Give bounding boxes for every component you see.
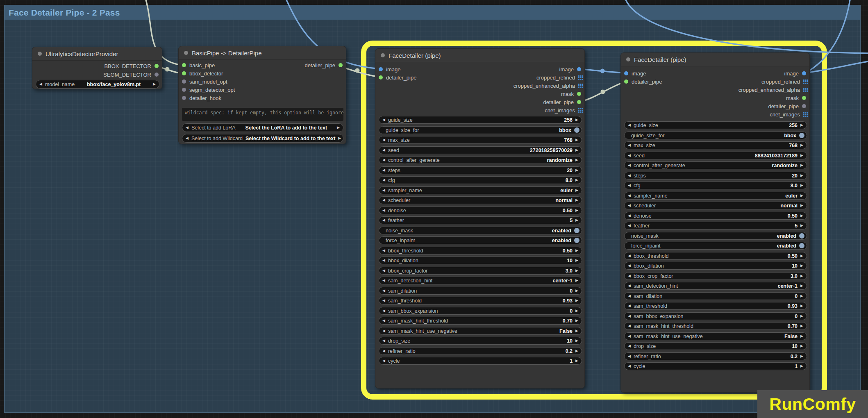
widget-drop_size[interactable]: ◀drop_size10▶: [379, 337, 582, 345]
decrement-arrow-icon[interactable]: ◀: [186, 126, 189, 129]
grid-slot-icon[interactable]: [578, 108, 579, 109]
grid-slot-icon[interactable]: [578, 84, 579, 85]
widget-force_inpaint[interactable]: force_inpaintenabled: [379, 236, 582, 244]
increment-arrow-icon[interactable]: ▶: [575, 168, 578, 172]
increment-arrow-icon[interactable]: ▶: [575, 309, 578, 313]
increment-arrow-icon[interactable]: ▶: [575, 198, 578, 202]
toggle-dot-icon[interactable]: [574, 228, 579, 233]
slot-dot[interactable]: [577, 92, 581, 96]
increment-arrow-icon[interactable]: ▶: [800, 314, 803, 318]
widget-seed[interactable]: ◀seed888241033172189▶: [624, 152, 807, 159]
decrement-arrow-icon[interactable]: ◀: [382, 118, 385, 122]
slot-dot[interactable]: [182, 88, 186, 92]
widget-model_name[interactable]: ◀model_namebbox/face_yolov8m.pt▶: [36, 80, 159, 89]
decrement-arrow-icon[interactable]: ◀: [628, 294, 631, 298]
decrement-arrow-icon[interactable]: ◀: [382, 299, 385, 302]
decrement-arrow-icon[interactable]: ◀: [628, 304, 631, 308]
widget-bbox_dilation[interactable]: ◀bbox_dilation10▶: [379, 257, 582, 264]
increment-arrow-icon[interactable]: ▶: [800, 354, 803, 358]
widget-sam_threshold[interactable]: ◀sam_threshold0.93▶: [624, 302, 807, 310]
increment-arrow-icon[interactable]: ▶: [800, 364, 803, 368]
widget-sam_dilation[interactable]: ◀sam_dilation0▶: [379, 287, 582, 295]
slot-dot[interactable]: [182, 96, 186, 100]
widget-Select to add Wildcard[interactable]: ◀Select to add WildcardSelect the Wildca…: [182, 134, 343, 143]
decrement-arrow-icon[interactable]: ◀: [382, 168, 385, 172]
decrement-arrow-icon[interactable]: ◀: [628, 274, 631, 278]
output-slot-cropped_refined[interactable]: cropped_refined: [536, 73, 581, 82]
output-slot-cropped_enhanced_alpha[interactable]: cropped_enhanced_alpha: [514, 82, 581, 90]
decrement-arrow-icon[interactable]: ◀: [628, 174, 631, 177]
increment-arrow-icon[interactable]: ▶: [800, 284, 803, 288]
decrement-arrow-icon[interactable]: ◀: [382, 178, 385, 182]
increment-arrow-icon[interactable]: ▶: [575, 158, 578, 162]
widget-cfg[interactable]: ◀cfg8.0▶: [624, 182, 807, 189]
increment-arrow-icon[interactable]: ▶: [800, 154, 803, 157]
widget-drop_size[interactable]: ◀drop_size10▶: [624, 342, 807, 350]
decrement-arrow-icon[interactable]: ◀: [628, 314, 631, 318]
increment-arrow-icon[interactable]: ▶: [800, 214, 803, 218]
slot-dot[interactable]: [577, 100, 581, 104]
grid-slot-icon[interactable]: [803, 112, 804, 114]
output-slot-cnet_images[interactable]: cnet_images: [770, 110, 806, 118]
decrement-arrow-icon[interactable]: ◀: [382, 218, 385, 222]
increment-arrow-icon[interactable]: ▶: [575, 148, 578, 152]
increment-arrow-icon[interactable]: ▶: [800, 264, 803, 268]
decrement-arrow-icon[interactable]: ◀: [382, 198, 385, 202]
output-slot-cropped_enhanced_alpha[interactable]: cropped_enhanced_alpha: [738, 86, 806, 94]
widget-guide_size[interactable]: ◀guide_size256▶: [624, 121, 807, 129]
widget-feather[interactable]: ◀feather5▶: [624, 222, 807, 229]
decrement-arrow-icon[interactable]: ◀: [628, 264, 631, 268]
input-slot-segm_detector_opt[interactable]: segm_detector_opt: [182, 86, 235, 94]
decrement-arrow-icon[interactable]: ◀: [382, 249, 385, 252]
output-slot-cropped_refined[interactable]: cropped_refined: [761, 77, 806, 86]
widget-force_inpaint[interactable]: force_inpaintenabled: [624, 242, 807, 250]
increment-arrow-icon[interactable]: ▶: [337, 126, 340, 129]
slot-dot[interactable]: [802, 104, 806, 108]
output-slot-image[interactable]: image: [559, 65, 581, 73]
node-header[interactable]: FaceDetailer (pipe): [621, 53, 809, 66]
widget-control_after_generate[interactable]: ◀control_after_generaterandomize▶: [379, 156, 582, 164]
decrement-arrow-icon[interactable]: ◀: [382, 309, 385, 313]
toggle-dot-icon[interactable]: [574, 238, 579, 243]
node-header[interactable]: BasicPipe -> DetailerPipe: [179, 46, 346, 60]
widget-noise_mask[interactable]: noise_maskenabled: [379, 227, 582, 234]
input-slot-bbox_detector[interactable]: bbox_detector: [182, 69, 223, 77]
increment-arrow-icon[interactable]: ▶: [800, 174, 803, 177]
increment-arrow-icon[interactable]: ▶: [575, 359, 578, 363]
slot-dot[interactable]: [182, 80, 186, 84]
increment-arrow-icon[interactable]: ▶: [575, 289, 578, 293]
increment-arrow-icon[interactable]: ▶: [153, 82, 156, 86]
increment-arrow-icon[interactable]: ▶: [800, 294, 803, 298]
increment-arrow-icon[interactable]: ▶: [575, 209, 578, 212]
decrement-arrow-icon[interactable]: ◀: [628, 143, 631, 147]
increment-arrow-icon[interactable]: ▶: [800, 344, 803, 348]
widget-denoise[interactable]: ◀denoise0.50▶: [379, 207, 582, 214]
widget-cycle[interactable]: ◀cycle1▶: [624, 362, 807, 370]
increment-arrow-icon[interactable]: ▶: [800, 224, 803, 227]
slot-dot[interactable]: [802, 71, 806, 75]
output-slot-detailer_pipe[interactable]: detailer_pipe: [768, 102, 806, 110]
increment-arrow-icon[interactable]: ▶: [800, 324, 803, 328]
widget-refiner_ratio[interactable]: ◀refiner_ratio0.2▶: [624, 352, 807, 360]
decrement-arrow-icon[interactable]: ◀: [382, 359, 385, 363]
output-slot-SEGM_DETECTOR[interactable]: SEGM_DETECTOR: [103, 70, 159, 79]
widget-sam_dilation[interactable]: ◀sam_dilation0▶: [624, 292, 807, 300]
widget-sam_mask_hint_threshold[interactable]: ◀sam_mask_hint_threshold0.70▶: [379, 317, 582, 325]
widget-sam_threshold[interactable]: ◀sam_threshold0.93▶: [379, 297, 582, 304]
decrement-arrow-icon[interactable]: ◀: [628, 123, 631, 127]
input-slot-image[interactable]: image: [379, 65, 400, 73]
node-basicpipe-to-detailerpipe[interactable]: BasicPipe -> DetailerPipebasic_pipebbox_…: [178, 46, 346, 144]
slot-dot[interactable]: [182, 63, 186, 67]
wildcard-spec-textarea[interactable]: wildcard spec: if kept empty, this optio…: [182, 108, 343, 121]
widget-steps[interactable]: ◀steps20▶: [624, 172, 807, 179]
decrement-arrow-icon[interactable]: ◀: [628, 324, 631, 328]
input-slot-image[interactable]: image: [624, 69, 646, 77]
widget-scheduler[interactable]: ◀schedulernormal▶: [379, 196, 582, 204]
node-face-detailer-pipe-2[interactable]: FaceDetailer (pipe)imagedetailer_pipeima…: [620, 52, 810, 393]
slot-dot[interactable]: [182, 71, 186, 75]
decrement-arrow-icon[interactable]: ◀: [382, 259, 385, 262]
widget-sampler_name[interactable]: ◀sampler_nameeuler▶: [624, 192, 807, 200]
toggle-dot-icon[interactable]: [574, 127, 579, 133]
widget-seed[interactable]: ◀seed272018258570029▶: [379, 146, 582, 154]
slot-dot[interactable]: [379, 75, 383, 80]
